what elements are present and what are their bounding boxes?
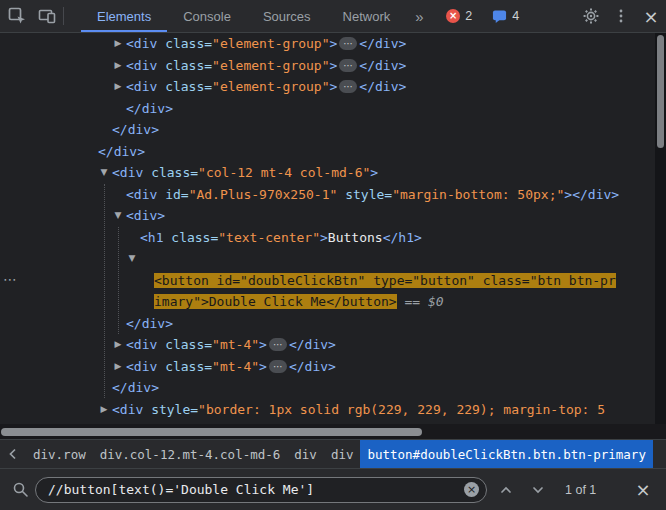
code-token: class=	[165, 337, 212, 352]
breadcrumb: div.rowdiv.col-12.mt-4.col-md-6divdivbut…	[26, 440, 653, 468]
collapse-arrow-icon[interactable]: ▼	[97, 162, 111, 184]
code-token: <h1	[140, 230, 171, 245]
code-token: style=	[151, 402, 198, 417]
tree-row[interactable]: </div>	[0, 141, 666, 163]
inline-expand-icon[interactable]: ⋯	[339, 37, 357, 50]
tree-row[interactable]: <h1 class="text-center">Buttons</h1>	[0, 227, 666, 249]
tree-row[interactable]: </div>	[0, 313, 666, 335]
elements-panel: ▶<div class="element-group">⋯</div>▶<div…	[0, 33, 666, 424]
inline-expand-icon[interactable]: ⋯	[339, 59, 357, 72]
code-token: </div>	[112, 380, 159, 395]
tree-row[interactable]: ▼	[0, 248, 666, 270]
code-token: <div	[126, 187, 165, 202]
error-badge[interactable]: × 2	[446, 9, 472, 23]
search-previous-button[interactable]	[493, 474, 519, 506]
tree-row[interactable]: ▶<div class="element-group">⋯</div>	[0, 33, 666, 55]
vertical-scrollbar[interactable]	[655, 33, 666, 424]
chevron-down-icon	[532, 486, 544, 494]
code-token: "element-group"	[212, 58, 329, 73]
horizontal-scrollbar-thumb[interactable]	[1, 428, 422, 436]
close-search-button[interactable]: ×	[628, 474, 658, 506]
more-actions-icon[interactable]: ⋯	[3, 269, 17, 291]
code-token: id=	[165, 187, 188, 202]
horizontal-scrollbar[interactable]	[0, 424, 666, 439]
collapse-arrow-icon[interactable]: ▼	[111, 205, 125, 227]
search-field[interactable]: ×	[35, 477, 487, 503]
breadcrumb-item[interactable]: div	[324, 440, 361, 468]
tab-network[interactable]: Network	[327, 0, 407, 32]
device-toolbar-icon	[38, 7, 56, 25]
expand-arrow-icon[interactable]: ▶	[97, 399, 111, 421]
code-token: ></div>	[564, 187, 619, 202]
expand-arrow-icon[interactable]: ▶	[111, 76, 125, 98]
selected-node-row[interactable]: imary">Double Click Me</button> == $0	[0, 291, 666, 313]
tree-row[interactable]: ▶<div class="element-group">⋯</div>	[0, 55, 666, 77]
inline-expand-icon[interactable]: ⋯	[339, 80, 357, 93]
tree-row[interactable]: <div id="Ad.Plus-970x250-1" style="margi…	[0, 184, 666, 206]
tree-row[interactable]: ▶<div class="mt-4">⋯</div>	[0, 356, 666, 378]
breadcrumb-item[interactable]: div	[287, 440, 324, 468]
tree-row[interactable]: ▼<div class="col-12 mt-4 col-md-6">	[0, 162, 666, 184]
kebab-menu-button[interactable]	[606, 0, 636, 32]
issues-bubble-icon	[492, 9, 507, 24]
code-token: "mt-4"	[212, 337, 259, 352]
tree-row[interactable]: ▼<div>	[0, 205, 666, 227]
tree-row[interactable]: </div>	[0, 98, 666, 120]
inspect-element-button[interactable]	[2, 0, 32, 32]
code-token: <div	[112, 402, 151, 417]
tree-row[interactable]: ▶<div style="border: 1px solid rgb(229, …	[0, 399, 666, 421]
clear-search-button[interactable]: ×	[464, 482, 479, 497]
chevron-up-icon	[500, 486, 512, 494]
tab-strip: ElementsConsoleSourcesNetwork	[81, 0, 406, 32]
vertical-scrollbar-thumb[interactable]	[657, 35, 664, 148]
code-token: </div>	[98, 144, 145, 159]
collapse-arrow-icon[interactable]: ▼	[125, 248, 139, 270]
close-devtools-button[interactable]: ×	[636, 0, 666, 32]
code-token: <div	[126, 36, 165, 51]
tree-row[interactable]: </div>	[0, 119, 666, 141]
more-tabs-button[interactable]: »	[406, 0, 432, 32]
code-token: "text-center"	[218, 230, 320, 245]
search-input[interactable]	[48, 482, 458, 497]
expand-arrow-icon[interactable]: ▶	[111, 55, 125, 77]
code-token: >	[330, 79, 338, 94]
tab-elements[interactable]: Elements	[81, 0, 167, 32]
code-token: "element-group"	[212, 79, 329, 94]
search-next-button[interactable]	[525, 474, 551, 506]
code-token: imary">Double Click Me</button>	[154, 294, 397, 309]
breadcrumb-bar: div.rowdiv.col-12.mt-4.col-md-6divdivbut…	[0, 439, 666, 468]
chevron-left-icon	[7, 447, 19, 461]
code-token: "element-group"	[212, 36, 329, 51]
tab-console[interactable]: Console	[167, 0, 247, 32]
code-token: >	[330, 36, 338, 51]
breadcrumb-scroll-left-button[interactable]	[0, 440, 26, 468]
devtools-toolbar: ElementsConsoleSourcesNetwork » × 2 4	[0, 0, 666, 33]
device-toolbar-button[interactable]	[32, 0, 62, 32]
tree-row[interactable]: </div>	[0, 377, 666, 399]
error-count: 2	[465, 9, 472, 23]
tree-row[interactable]: ▶<div class="mt-4">⋯</div>	[0, 334, 666, 356]
inline-expand-icon[interactable]: ⋯	[269, 338, 287, 351]
breadcrumb-item[interactable]: div.row	[26, 440, 93, 468]
code-token: </div>	[126, 101, 173, 116]
devtools-window: ElementsConsoleSourcesNetwork » × 2 4	[0, 0, 666, 510]
inline-expand-icon[interactable]: ⋯	[269, 360, 287, 373]
breadcrumb-item[interactable]: div.col-12.mt-4.col-md-6	[93, 440, 288, 468]
code-token: "margin-bottom: 50px;"	[392, 187, 564, 202]
code-token: <button id="doubleClickBtn" type="button…	[154, 273, 616, 288]
kebab-menu-icon	[613, 8, 629, 24]
breadcrumb-item-selected[interactable]: button#doubleClickBtn.btn.btn-primary	[360, 440, 652, 468]
code-token: >	[320, 230, 328, 245]
settings-gear-button[interactable]	[576, 0, 606, 32]
code-token: <div	[126, 58, 165, 73]
expand-arrow-icon[interactable]: ▶	[111, 33, 125, 55]
tab-sources[interactable]: Sources	[247, 0, 327, 32]
expand-arrow-icon[interactable]: ▶	[111, 356, 125, 378]
tree-row[interactable]: ▶<div class="element-group">⋯</div>	[0, 76, 666, 98]
dom-tree-rows: ▶<div class="element-group">⋯</div>▶<div…	[0, 33, 666, 420]
code-token: <div>	[126, 208, 165, 223]
selected-node-row[interactable]: <button id="doubleClickBtn" type="button…	[0, 270, 666, 292]
expand-arrow-icon[interactable]: ▶	[111, 334, 125, 356]
code-token: <div	[126, 79, 165, 94]
issues-badge[interactable]: 4	[492, 9, 519, 24]
